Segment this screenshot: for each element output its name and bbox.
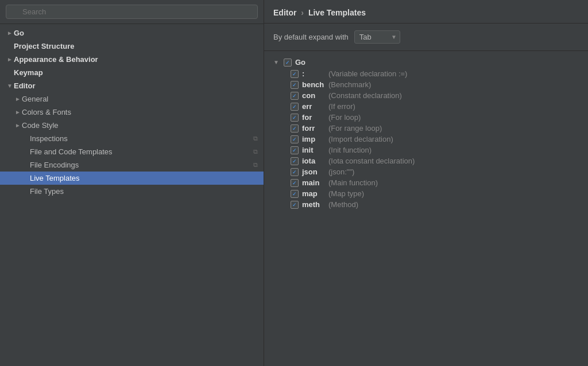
template-item[interactable]: ✓ map (Map type) [264, 188, 588, 199]
sidebar-item-project-structure[interactable]: Project Structure [0, 40, 264, 53]
item-desc: (Constant declaration) [328, 91, 402, 100]
search-input[interactable] [6, 5, 258, 19]
template-item[interactable]: ✓ meth (Method) [264, 199, 588, 210]
search-bar [0, 0, 264, 24]
code-style-arrow-icon: ► [14, 122, 22, 129]
item-checkbox[interactable]: ✓ [291, 201, 299, 209]
sidebar-item-label: File and Code Templates [30, 147, 113, 156]
general-arrow-icon: ► [14, 96, 22, 102]
item-abbr: for [302, 113, 325, 122]
expand-label: By default expand with [273, 33, 349, 41]
item-checkbox[interactable]: ✓ [291, 179, 299, 187]
breadcrumb: Editor › Live Templates [264, 0, 588, 24]
sidebar-item-label: File Types [30, 187, 64, 196]
colors-fonts-arrow-icon: ► [14, 109, 22, 115]
sidebar-item-label: Project Structure [14, 42, 74, 50]
copy-icon-3: ⧉ [253, 161, 258, 169]
sidebar-item-label: Go [14, 29, 24, 37]
template-item[interactable]: ✓ bench (Benchmark) [264, 79, 588, 90]
item-abbr: main [302, 178, 325, 187]
template-item[interactable]: ✓ imp (Import declaration) [264, 134, 588, 145]
template-group-header-go[interactable]: ▼ ✓ Go [264, 56, 588, 68]
copy-icon-2: ⧉ [253, 148, 258, 155]
sidebar-item-editor[interactable]: ▼ Editor [0, 79, 264, 92]
copy-icon: ⧉ [253, 135, 258, 142]
appearance-arrow-icon: ► [6, 56, 14, 63]
template-item[interactable]: ✓ err (If error) [264, 101, 588, 112]
template-item[interactable]: ✓ con (Constant declaration) [264, 90, 588, 101]
item-desc: (For range loop) [328, 124, 382, 133]
template-item[interactable]: ✓ iota (Iota constant declaration) [264, 155, 588, 166]
item-checkbox[interactable]: ✓ [291, 135, 299, 143]
sidebar-item-label: File Encodings [30, 161, 79, 169]
item-checkbox[interactable]: ✓ [291, 190, 299, 198]
item-checkbox[interactable]: ✓ [291, 146, 299, 154]
sidebar-item-colors-fonts[interactable]: ► Colors & Fonts [0, 106, 264, 119]
item-abbr: err [302, 102, 325, 111]
item-checkbox[interactable]: ✓ [291, 124, 299, 133]
item-desc: (If error) [328, 102, 355, 111]
item-desc: (Map type) [328, 189, 364, 198]
item-checkbox[interactable]: ✓ [291, 114, 299, 122]
item-abbr: bench [302, 80, 325, 89]
item-abbr: : [302, 69, 325, 78]
sidebar-item-live-templates[interactable]: Live Templates [0, 172, 264, 185]
template-item[interactable]: ✓ main (Main function) [264, 177, 588, 188]
item-desc: (Method) [328, 200, 358, 209]
template-item[interactable]: ✓ : (Variable declaration :=) [264, 68, 588, 79]
expand-row: By default expand with Tab Enter Space ▼ [264, 24, 588, 51]
sidebar-item-label: Inspections [30, 134, 68, 143]
item-desc: (Init function) [328, 146, 372, 154]
template-item[interactable]: ✓ forr (For range loop) [264, 123, 588, 134]
item-abbr: map [302, 189, 325, 198]
sidebar-item-label: Appearance & Behavior [14, 55, 98, 64]
item-abbr: init [302, 146, 325, 154]
item-checkbox[interactable]: ✓ [291, 103, 299, 111]
item-checkbox[interactable]: ✓ [291, 70, 299, 78]
item-abbr: meth [302, 200, 325, 209]
sidebar-item-inspections[interactable]: Inspections ⧉ [0, 132, 264, 145]
group-checkbox-go[interactable]: ✓ [284, 59, 292, 67]
template-tree: ▼ ✓ Go ✓ : (Variable declaration :=) ✓ b… [264, 51, 588, 366]
sidebar-item-code-style[interactable]: ► Code Style [0, 119, 264, 132]
sidebar-item-file-encodings[interactable]: File Encodings ⧉ [0, 158, 264, 172]
main-content: Editor › Live Templates By default expan… [264, 0, 588, 366]
template-group-go: ▼ ✓ Go ✓ : (Variable declaration :=) ✓ b… [264, 54, 588, 212]
sidebar-item-label: Keymap [14, 68, 43, 77]
template-item[interactable]: ✓ json (json:"") [264, 166, 588, 177]
item-checkbox[interactable]: ✓ [291, 168, 299, 176]
item-desc: (json:"") [328, 168, 354, 176]
sidebar-item-label: Live Templates [30, 174, 79, 182]
sidebar-item-label: Code Style [22, 121, 59, 130]
sidebar-item-file-code-templates[interactable]: File and Code Templates ⧉ [0, 145, 264, 158]
breadcrumb-separator: › [301, 8, 304, 17]
item-checkbox[interactable]: ✓ [291, 157, 299, 165]
group-expand-arrow-icon: ▼ [273, 59, 280, 65]
item-desc: (Import declaration) [328, 135, 393, 143]
sidebar-item-label: Editor [14, 81, 36, 90]
breadcrumb-part2: Live Templates [308, 8, 366, 17]
sidebar-item-file-types[interactable]: File Types [0, 185, 264, 198]
group-name-go: Go [295, 58, 305, 67]
go-arrow-icon: ► [6, 30, 14, 36]
item-abbr: imp [302, 135, 325, 143]
item-abbr: json [302, 168, 325, 176]
item-desc: (Benchmark) [328, 80, 371, 89]
item-checkbox[interactable]: ✓ [291, 92, 299, 100]
item-abbr: con [302, 91, 325, 100]
expand-select[interactable]: Tab Enter Space [354, 30, 400, 44]
template-item[interactable]: ✓ for (For loop) [264, 112, 588, 123]
sidebar-item-general[interactable]: ► General [0, 92, 264, 106]
sidebar-item-label: General [22, 95, 48, 103]
sidebar-item-go[interactable]: ► Go [0, 26, 264, 40]
item-desc: (Iota constant declaration) [328, 157, 415, 165]
sidebar-item-keymap[interactable]: Keymap [0, 66, 264, 79]
sidebar-item-label: Colors & Fonts [22, 108, 71, 116]
template-items-container: ✓ : (Variable declaration :=) ✓ bench (B… [264, 68, 588, 210]
sidebar-item-appearance[interactable]: ► Appearance & Behavior [0, 53, 264, 66]
item-desc: (Variable declaration :=) [328, 69, 407, 78]
item-desc: (Main function) [328, 178, 378, 187]
breadcrumb-part1: Editor [273, 8, 296, 17]
template-item[interactable]: ✓ init (Init function) [264, 145, 588, 155]
item-checkbox[interactable]: ✓ [291, 81, 299, 89]
